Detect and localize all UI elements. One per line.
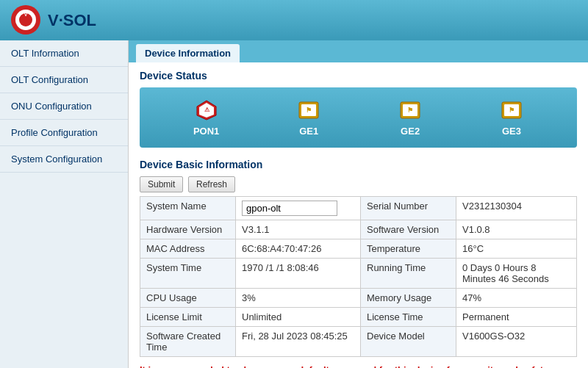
system-name-value[interactable] <box>236 197 361 220</box>
serial-number-value: V2312130304 <box>456 197 577 220</box>
system-time-value: 1970 /1 /1 8:08:46 <box>236 259 361 289</box>
sidebar: OLT Information OLT Configuration ONU Co… <box>0 40 129 368</box>
port-ge2-label: GE2 <box>401 126 420 137</box>
table-row: MAC Address 6C:68:A4:70:47:26 Temperatur… <box>140 239 577 259</box>
port-ge1-label: GE1 <box>299 126 318 137</box>
table-row: System Time 1970 /1 /1 8:08:46 Running T… <box>140 259 577 289</box>
cpu-usage-value: 3% <box>236 289 361 308</box>
system-name-label: System Name <box>140 197 236 220</box>
table-row: CPU Usage 3% Memory Usage 47% <box>140 289 577 308</box>
running-time-value: 0 Days 0 Hours 8 Minutes 46 Seconds <box>456 259 577 289</box>
mac-address-label: MAC Address <box>140 239 236 259</box>
table-row: Hardware Version V3.1.1 Software Version… <box>140 220 577 239</box>
section-controls: Submit Refresh <box>140 176 577 192</box>
layout: OLT Information OLT Configuration ONU Co… <box>0 40 588 368</box>
main-content: Device Information Device Status ⚠ PON1 <box>129 40 588 368</box>
logo-text: V·SOL <box>48 11 96 30</box>
content-area: Device Status ⚠ PON1 <box>129 62 588 368</box>
port-pon1-label: PON1 <box>193 126 219 137</box>
sw-version-label: Software Version <box>361 220 456 239</box>
license-time-label: License Time <box>361 308 456 327</box>
logo-icon: V <box>7 4 44 37</box>
device-model-label: Device Model <box>361 327 456 357</box>
sw-created-value: Fri, 28 Jul 2023 08:45:25 <box>236 327 361 357</box>
sidebar-item-profile-configuration[interactable]: Profile Configuration <box>0 120 128 146</box>
sidebar-item-olt-configuration[interactable]: OLT Configuration <box>0 67 128 93</box>
submit-button[interactable]: Submit <box>140 176 183 192</box>
port-ge2: ⚑ GE2 <box>398 98 422 137</box>
sw-version-value: V1.0.8 <box>456 220 577 239</box>
refresh-button[interactable]: Refresh <box>188 176 235 192</box>
port-pon1: ⚠ PON1 <box>193 98 219 137</box>
system-name-input[interactable] <box>242 201 337 216</box>
tab-device-information[interactable]: Device Information <box>136 44 240 62</box>
running-time-label: Running Time <box>361 259 456 289</box>
header: V V·SOL <box>0 0 588 40</box>
device-status-box: ⚠ PON1 ⚑ GE1 <box>140 87 577 148</box>
sidebar-item-olt-information[interactable]: OLT Information <box>0 40 128 67</box>
ge3-icon: ⚑ <box>500 98 523 122</box>
device-model-value: V1600GS-O32 <box>456 327 577 357</box>
temperature-value: 16°C <box>456 239 577 259</box>
sw-created-label: Software Created Time <box>140 327 236 357</box>
tab-bar: Device Information <box>129 40 588 62</box>
hw-version-value: V3.1.1 <box>236 220 361 239</box>
system-time-label: System Time <box>140 259 236 289</box>
port-ge3: ⚑ GE3 <box>500 98 523 137</box>
table-row: License Limit Unlimited License Time Per… <box>140 308 577 327</box>
device-status-title: Device Status <box>140 70 577 82</box>
cpu-usage-label: CPU Usage <box>140 289 236 308</box>
svg-text:V: V <box>24 12 28 17</box>
port-ge3-label: GE3 <box>502 126 521 137</box>
sidebar-item-onu-configuration[interactable]: ONU Configuration <box>0 93 128 120</box>
table-row: System Name Serial Number V2312130304 <box>140 197 577 220</box>
serial-number-label: Serial Number <box>361 197 456 220</box>
mac-address-value: 6C:68:A4:70:47:26 <box>236 239 361 259</box>
svg-text:⚠: ⚠ <box>204 107 209 113</box>
logo-container: V V·SOL <box>7 4 96 37</box>
svg-text:⚑: ⚑ <box>509 107 514 114</box>
info-table: System Name Serial Number V2312130304 Ha… <box>140 196 577 357</box>
warning-text: It is recommended to change your default… <box>140 364 577 368</box>
license-time-value: Permanent <box>456 308 577 327</box>
ge2-icon: ⚑ <box>398 98 422 122</box>
port-ge1: ⚑ GE1 <box>297 98 320 137</box>
temperature-label: Temperature <box>361 239 456 259</box>
svg-text:⚑: ⚑ <box>407 107 413 114</box>
svg-text:⚑: ⚑ <box>306 107 312 114</box>
license-limit-label: License Limit <box>140 308 236 327</box>
license-limit-value: Unlimited <box>236 308 361 327</box>
hw-version-label: Hardware Version <box>140 220 236 239</box>
basic-info-title: Device Basic Information <box>140 159 577 170</box>
memory-usage-value: 47% <box>456 289 577 308</box>
sidebar-item-system-configuration[interactable]: System Configuration <box>0 146 128 173</box>
ge1-icon: ⚑ <box>297 98 320 122</box>
table-row: Software Created Time Fri, 28 Jul 2023 0… <box>140 327 577 357</box>
pon1-icon: ⚠ <box>195 98 218 122</box>
memory-usage-label: Memory Usage <box>361 289 456 308</box>
